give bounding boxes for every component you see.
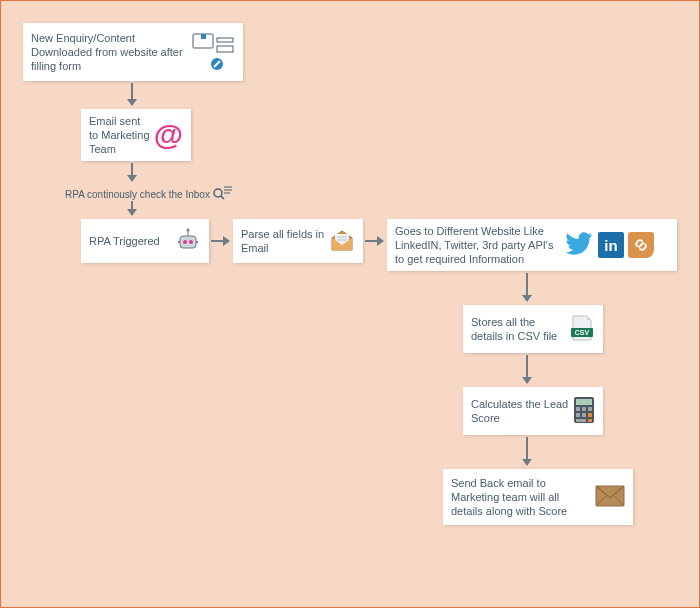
svg-rect-23 — [576, 399, 592, 405]
calculator-icon — [573, 396, 595, 426]
svg-point-14 — [187, 229, 190, 232]
step-label: Send Back email to Marketing team will a… — [451, 476, 595, 519]
step-label: RPA continously check the Inbox — [65, 189, 210, 200]
svg-rect-24 — [576, 407, 580, 411]
step-rpa-triggered: RPA Triggered — [81, 219, 209, 263]
step-label: Goes to Different Website Like LinkedIN,… — [395, 224, 564, 267]
at-icon: @ — [154, 118, 183, 152]
step-new-enquiry: New Enquiry/Content Downloaded from webs… — [23, 23, 243, 81]
svg-rect-31 — [588, 419, 592, 422]
envelope-closed-icon — [595, 485, 625, 509]
svg-rect-26 — [588, 407, 592, 411]
robot-icon — [175, 228, 201, 254]
svg-rect-1 — [201, 34, 206, 39]
svg-point-8 — [214, 189, 222, 197]
svg-rect-25 — [582, 407, 586, 411]
arrow-icon — [526, 355, 528, 383]
arrow-icon — [131, 163, 133, 181]
svg-point-12 — [189, 240, 193, 244]
twitter-icon — [564, 231, 594, 259]
step-parse-fields: Parse all fields in Email — [233, 219, 363, 263]
svg-rect-30 — [576, 419, 586, 422]
step-send-back: Send Back email to Marketing team will a… — [443, 469, 633, 525]
arrow-icon — [365, 240, 383, 242]
step-label: Calculates the Lead Score — [471, 397, 573, 426]
step-label: Email sent to Marketing Team — [89, 114, 154, 157]
search-icon — [213, 185, 233, 203]
step-label: Parse all fields in Email — [241, 227, 329, 256]
step-email-sent: Email sent to Marketing Team @ — [81, 109, 191, 161]
arrow-icon — [131, 201, 133, 215]
svg-point-11 — [183, 240, 187, 244]
step-label: RPA Triggered — [89, 234, 175, 248]
step-goto-sites: Goes to Different Website Like LinkedIN,… — [387, 219, 677, 271]
svg-rect-2 — [217, 38, 233, 42]
step-label: New Enquiry/Content Downloaded from webs… — [31, 31, 191, 74]
arrow-icon — [526, 273, 528, 301]
arrow-icon — [131, 83, 133, 105]
link-icon — [628, 232, 654, 258]
arrow-icon — [526, 437, 528, 465]
svg-rect-28 — [582, 413, 586, 417]
form-icon — [191, 32, 235, 72]
step-calc-score: Calculates the Lead Score — [463, 387, 603, 435]
linkedin-icon: in — [598, 232, 624, 258]
svg-line-9 — [221, 196, 224, 199]
svg-rect-10 — [180, 236, 196, 248]
step-rpa-check: RPA continously check the Inbox — [65, 185, 233, 203]
step-store-csv: Stores all the details in CSV file CSV — [463, 305, 603, 353]
svg-rect-27 — [576, 413, 580, 417]
svg-rect-3 — [217, 46, 233, 52]
arrow-icon — [211, 240, 229, 242]
svg-text:CSV: CSV — [575, 329, 590, 336]
step-label: Stores all the details in CSV file — [471, 315, 569, 344]
envelope-open-icon — [329, 228, 355, 254]
svg-rect-29 — [588, 413, 592, 417]
csv-icon: CSV — [569, 314, 595, 344]
